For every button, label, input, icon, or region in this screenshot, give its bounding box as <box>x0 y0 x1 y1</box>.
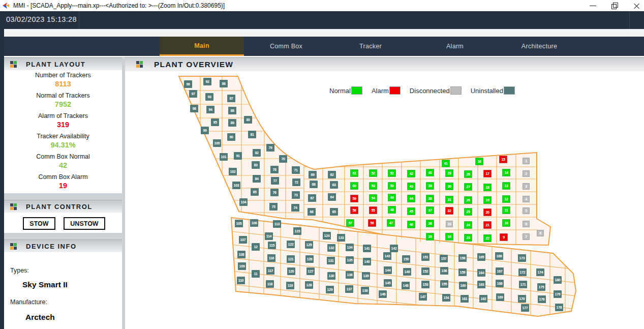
tracker-box-57[interactable]: 57 <box>346 219 354 227</box>
tracker-box-73[interactable]: 73 <box>292 191 300 199</box>
close-icon[interactable] <box>633 3 640 9</box>
tracker-box-12[interactable]: 12 <box>252 243 260 251</box>
tracker-box-66[interactable]: 66 <box>308 208 316 216</box>
tracker-box-97[interactable]: 97 <box>189 90 197 98</box>
tracker-box-180[interactable]: 180 <box>554 276 562 284</box>
tracker-box-105[interactable]: 105 <box>235 220 243 227</box>
tracker-box-83[interactable]: 83 <box>252 161 260 169</box>
tracker-box-146[interactable]: 146 <box>379 290 387 298</box>
tracker-box-80[interactable]: 80 <box>244 116 252 124</box>
tab-main[interactable]: Main <box>160 37 244 56</box>
tracker-box-132[interactable]: 132 <box>327 244 335 252</box>
tracker-box-55[interactable]: 55 <box>369 206 377 214</box>
tracker-box-101[interactable]: 101 <box>220 153 228 161</box>
tracker-box-7[interactable]: 7 <box>523 233 530 240</box>
tracker-box-137[interactable]: 137 <box>345 285 353 293</box>
tracker-box-3[interactable]: 3 <box>523 183 530 190</box>
tracker-box-65[interactable]: 65 <box>330 208 338 216</box>
tracker-box-125[interactable]: 125 <box>305 241 313 249</box>
tracker-box-115[interactable]: 115 <box>268 242 276 249</box>
tracker-box-25[interactable]: 25 <box>464 208 472 216</box>
tracker-box-59[interactable]: 59 <box>350 195 358 202</box>
tracker-box-81[interactable]: 81 <box>248 131 256 138</box>
tracker-box-85[interactable]: 85 <box>251 188 259 196</box>
tracker-box-150[interactable]: 150 <box>402 255 410 263</box>
tracker-box-86[interactable]: 86 <box>220 80 228 87</box>
tracker-box-67[interactable]: 67 <box>308 194 316 202</box>
tracker-box-21[interactable]: 21 <box>483 221 492 229</box>
tracker-box-68[interactable]: 68 <box>310 181 318 188</box>
unstow-button[interactable]: UNSTOW <box>64 217 105 230</box>
tracker-box-171[interactable]: 171 <box>519 281 527 288</box>
tracker-box-127[interactable]: 127 <box>306 267 315 275</box>
tracker-box-71[interactable]: 71 <box>292 166 300 174</box>
tracker-box-38[interactable]: 38 <box>426 195 434 202</box>
tracker-box-110[interactable]: 110 <box>237 277 245 284</box>
tracker-box-141[interactable]: 141 <box>363 245 371 252</box>
tracker-box-128[interactable]: 128 <box>305 281 313 289</box>
tracker-box-91[interactable]: 91 <box>234 152 242 160</box>
tracker-box-6[interactable]: 6 <box>523 221 530 227</box>
tracker-box-70[interactable]: 70 <box>279 155 287 163</box>
tracker-box-164[interactable]: 164 <box>477 269 485 277</box>
tracker-box-82[interactable]: 82 <box>253 149 261 157</box>
tracker-box-95[interactable]: 95 <box>211 118 219 126</box>
tracker-box-123[interactable]: 123 <box>293 227 301 235</box>
tracker-box-77[interactable]: 77 <box>271 177 279 185</box>
tracker-box-121[interactable]: 121 <box>287 255 295 263</box>
tracker-box-124[interactable]: 124 <box>323 232 331 240</box>
tracker-box-139[interactable]: 139 <box>362 272 370 280</box>
tracker-box-92[interactable]: 92 <box>203 78 211 85</box>
tracker-box-16[interactable]: 16 <box>475 158 483 165</box>
tracker-box-148[interactable]: 148 <box>402 282 410 289</box>
tracker-box-51[interactable]: 51 <box>388 169 396 177</box>
tracker-box-58[interactable]: 58 <box>350 206 358 214</box>
tracker-box-49[interactable]: 49 <box>388 194 396 201</box>
tracker-box-158[interactable]: 158 <box>458 254 467 262</box>
tracker-box-33[interactable]: 33 <box>446 221 453 227</box>
tracker-box-79[interactable]: 79 <box>266 144 274 152</box>
tracker-box-53[interactable]: 53 <box>369 182 377 190</box>
tracker-box-138[interactable]: 138 <box>361 287 369 294</box>
tracker-box-129[interactable]: 129 <box>326 286 334 293</box>
tracker-box-168[interactable]: 168 <box>496 280 504 287</box>
tracker-box-44[interactable]: 44 <box>407 195 415 202</box>
tracker-box-122[interactable]: 122 <box>287 241 295 248</box>
tracker-box-2[interactable]: 2 <box>523 170 530 177</box>
tab-tracker[interactable]: Tracker <box>328 37 413 56</box>
tracker-box-156[interactable]: 156 <box>440 267 448 275</box>
tracker-box-130[interactable]: 130 <box>327 272 335 280</box>
tracker-box-143[interactable]: 143 <box>383 252 391 260</box>
tracker-box-172[interactable]: 172 <box>518 268 527 276</box>
tracker-box-118[interactable]: 118 <box>266 280 274 288</box>
tracker-box-19[interactable]: 19 <box>483 196 492 204</box>
tracker-box-119[interactable]: 119 <box>286 282 294 289</box>
tracker-box-54[interactable]: 54 <box>369 194 377 202</box>
restore-icon[interactable] <box>611 3 618 9</box>
tracker-box-46[interactable]: 46 <box>407 221 415 228</box>
tracker-box-117[interactable]: 117 <box>266 267 274 275</box>
tracker-box-10[interactable]: 10 <box>502 219 510 227</box>
tracker-box-120[interactable]: 120 <box>287 267 295 275</box>
tracker-box-72[interactable]: 72 <box>292 178 300 186</box>
tracker-box-102[interactable]: 102 <box>229 168 237 175</box>
tracker-box-60[interactable]: 60 <box>350 182 358 190</box>
tracker-box-144[interactable]: 144 <box>384 266 392 274</box>
tracker-box-61[interactable]: 61 <box>350 169 358 177</box>
tracker-box-88[interactable]: 88 <box>228 107 236 114</box>
tracker-box-161[interactable]: 161 <box>461 295 469 303</box>
tracker-box-43[interactable]: 43 <box>407 183 415 190</box>
tracker-box-179[interactable]: 179 <box>554 290 562 298</box>
tracker-box-27[interactable]: 27 <box>464 183 472 191</box>
tracker-box-136[interactable]: 136 <box>346 271 354 279</box>
tracker-box-108[interactable]: 108 <box>237 251 246 258</box>
tracker-box-154[interactable]: 154 <box>442 294 450 302</box>
tracker-box-99[interactable]: 99 <box>201 127 209 134</box>
tracker-box-107[interactable]: 107 <box>239 236 247 244</box>
tab-alarm[interactable]: Alarm <box>413 37 497 56</box>
tracker-box-152[interactable]: 152 <box>421 267 430 275</box>
tracker-box-167[interactable]: 167 <box>496 267 504 275</box>
tracker-box-26[interactable]: 26 <box>464 196 472 204</box>
tracker-box-11[interactable]: 11 <box>502 206 510 214</box>
tracker-box-18[interactable]: 18 <box>483 184 492 191</box>
